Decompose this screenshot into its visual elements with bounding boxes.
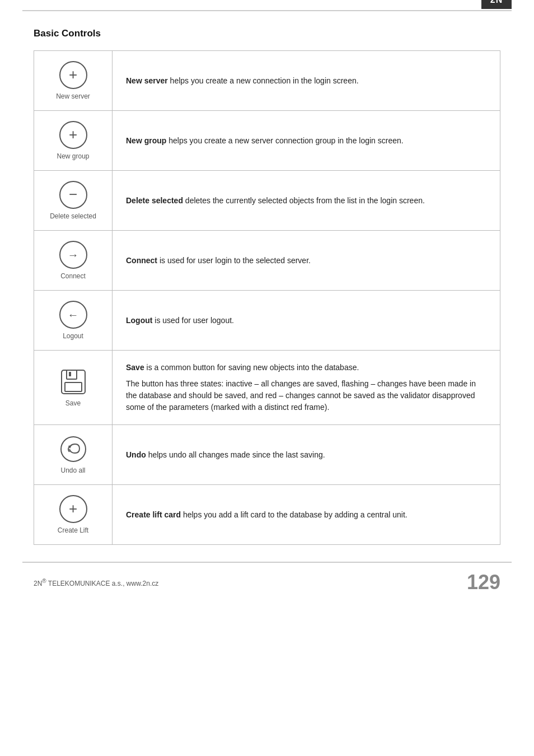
footer: 2N® TELEKOMUNIKACE a.s., www.2n.cz 129 [0, 563, 534, 602]
desc-bold: Logout [126, 316, 152, 325]
icon-cell-new-server: New server [34, 51, 113, 111]
table-row: New group New group helps you create a n… [34, 111, 500, 171]
desc-text: helps you create a new connection in the… [168, 76, 359, 85]
desc-extra: The button has three states: inactive – … [126, 378, 486, 413]
undo-icon [59, 435, 87, 463]
plus-icon [69, 67, 77, 83]
desc-cell-delete: Delete selected deletes the currently se… [113, 171, 500, 231]
desc-bold: Create lift card [126, 510, 181, 519]
desc-cell-new-group: New group helps you create a new server … [113, 111, 500, 171]
svg-rect-2 [65, 382, 82, 391]
desc-cell-new-server: New server helps you create a new connec… [113, 51, 500, 111]
desc-text: is a common button for saving new object… [144, 363, 359, 372]
save-svg [59, 368, 87, 396]
controls-table: New server New server helps you create a… [34, 50, 500, 545]
table-row: Undo all Undo helps undo all changes mad… [34, 425, 500, 485]
new-group-icon [59, 121, 87, 149]
page: 2N Basic Controls New server New server … [0, 10, 534, 756]
table-row: Save Save is a common button for saving … [34, 351, 500, 425]
undo-label: Undo all [40, 466, 106, 474]
desc-bold: Delete selected [126, 196, 183, 205]
desc-bold: New server [126, 76, 168, 85]
top-bar: 2N [22, 10, 512, 11]
icon-cell-logout: Logout [34, 291, 113, 351]
logout-icon [59, 301, 87, 329]
desc-text: helps you create a new server connection… [166, 136, 403, 145]
delete-label: Delete selected [40, 212, 106, 220]
desc-text: helps undo all changes made since the la… [146, 450, 325, 459]
new-server-label: New server [40, 92, 106, 100]
icon-cell-delete: Delete selected [34, 171, 113, 231]
svg-rect-1 [67, 370, 77, 379]
desc-bold: New group [126, 136, 166, 145]
table-row: Connect Connect is used for user login t… [34, 231, 500, 291]
svg-point-4 [61, 437, 86, 461]
save-label: Save [40, 399, 106, 407]
connect-label: Connect [40, 272, 106, 280]
logo: 2N [481, 0, 512, 9]
desc-text: is used for user login to the selected s… [157, 256, 311, 265]
plus-icon [69, 127, 77, 143]
desc-bold: Save [126, 363, 144, 372]
icon-cell-create-lift: Create Lift [34, 485, 113, 545]
icon-cell-connect: Connect [34, 231, 113, 291]
minus-icon [69, 187, 77, 203]
desc-bold: Connect [126, 256, 157, 265]
page-number: 129 [467, 571, 500, 594]
desc-cell-connect: Connect is used for user login to the se… [113, 231, 500, 291]
arrow-left-icon [68, 307, 79, 322]
undo-svg [59, 435, 87, 463]
desc-text: deletes the currently selected objects f… [183, 196, 425, 205]
footer-left: 2N® TELEKOMUNIKACE a.s., www.2n.cz [34, 578, 158, 587]
create-lift-label: Create Lift [40, 526, 106, 534]
connect-icon [59, 241, 87, 269]
new-server-icon [59, 61, 87, 89]
logout-label: Logout [40, 332, 106, 340]
delete-icon [59, 181, 87, 209]
table-row: Logout Logout is used for user logout. [34, 291, 500, 351]
icon-cell-new-group: New group [34, 111, 113, 171]
desc-cell-save: Save is a common button for saving new o… [113, 351, 500, 425]
desc-cell-create-lift: Create lift card helps you add a lift ca… [113, 485, 500, 545]
svg-rect-3 [69, 372, 71, 376]
new-group-label: New group [40, 152, 106, 160]
icon-cell-save: Save [34, 351, 113, 425]
desc-text: is used for user logout. [152, 316, 234, 325]
desc-text: helps you add a lift card to the databas… [181, 510, 407, 519]
main-content: Basic Controls New server New server hel… [0, 11, 534, 545]
desc-cell-undo: Undo helps undo all changes made since t… [113, 425, 500, 485]
table-row: Create Lift Create lift card helps you a… [34, 485, 500, 545]
save-icon [59, 368, 87, 396]
arrow-right-icon [68, 248, 79, 262]
desc-cell-logout: Logout is used for user logout. [113, 291, 500, 351]
desc-bold: Undo [126, 450, 146, 459]
table-row: Delete selected Delete selected deletes … [34, 171, 500, 231]
section-title: Basic Controls [34, 28, 500, 39]
desc-main: Save is a common button for saving new o… [126, 362, 486, 374]
icon-cell-undo: Undo all [34, 425, 113, 485]
table-row: New server New server helps you create a… [34, 51, 500, 111]
plus-icon [69, 501, 77, 517]
create-lift-icon [59, 495, 87, 523]
